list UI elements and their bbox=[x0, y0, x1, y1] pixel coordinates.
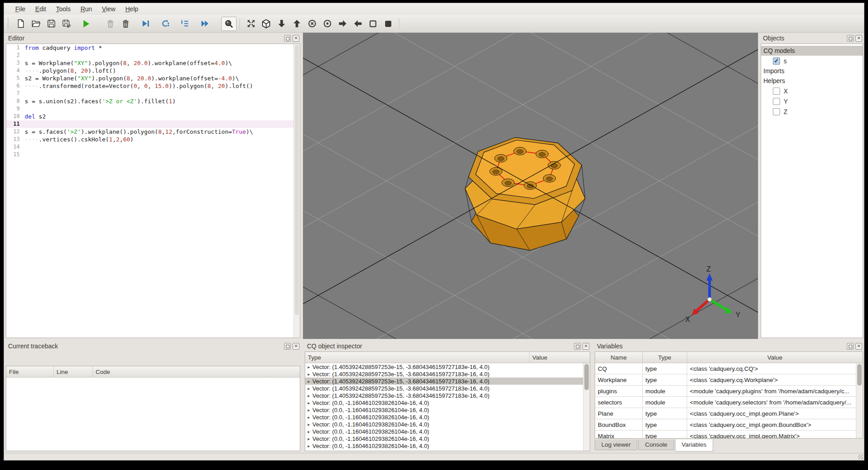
variables-float-icon[interactable] bbox=[847, 343, 854, 350]
inspector-row[interactable]: ▸Vector: (0.0, -1.1604610293826104e-16, … bbox=[305, 413, 583, 421]
checkbox-s[interactable]: ✓ bbox=[773, 57, 780, 65]
left-view-button[interactable] bbox=[350, 17, 365, 31]
top-view-button[interactable] bbox=[274, 17, 289, 31]
editor-float-icon[interactable] bbox=[284, 35, 291, 42]
wireframe-button[interactable] bbox=[365, 17, 381, 31]
inspector-close-icon[interactable] bbox=[583, 343, 589, 350]
code-line[interactable]: 8s = s.union(s2).faces('>Z or <Z').fille… bbox=[6, 97, 300, 105]
variable-row[interactable]: CQtype<class 'cadquery.cq.CQ'> bbox=[595, 363, 856, 374]
tree-item-z[interactable]: Z bbox=[761, 106, 863, 117]
variables-col-name[interactable]: Name bbox=[595, 352, 643, 363]
traceback-float-icon[interactable] bbox=[284, 343, 291, 350]
menu-run[interactable]: Run bbox=[75, 4, 97, 14]
checkbox-z[interactable] bbox=[773, 108, 780, 115]
tab-variables[interactable]: Variables bbox=[675, 439, 713, 452]
objects-close-icon[interactable] bbox=[855, 35, 862, 42]
render-button[interactable] bbox=[79, 17, 94, 31]
code-line[interactable]: 13····.vertices().cskHole(1,2,60) bbox=[6, 136, 300, 143]
clear-button[interactable] bbox=[103, 17, 118, 31]
expand-arrow-icon[interactable]: ▸ bbox=[305, 372, 312, 377]
code-line[interactable]: 12s = s.faces('>Z').workplane().polygon(… bbox=[6, 128, 300, 136]
checkbox-y[interactable] bbox=[773, 98, 780, 105]
variable-row[interactable]: Planetype<class 'cadquery.occ_impl.geom.… bbox=[595, 408, 856, 419]
right-view-button[interactable] bbox=[335, 17, 350, 31]
tree-item-y[interactable]: Y bbox=[761, 96, 863, 106]
expand-arrow-icon[interactable]: ▸ bbox=[305, 451, 312, 451]
inspector-float-icon[interactable] bbox=[574, 343, 581, 350]
back-view-button[interactable] bbox=[320, 17, 335, 31]
traceback-close-icon[interactable] bbox=[293, 343, 299, 350]
objects-float-icon[interactable] bbox=[847, 35, 854, 42]
variable-row[interactable]: selectorsmodule<module 'cadquery.selecto… bbox=[595, 397, 856, 408]
inspector-row[interactable]: ▸Vector: (1.4053924288597253e-15, -3.680… bbox=[305, 370, 583, 378]
variables-scrollbar[interactable] bbox=[856, 363, 863, 438]
step-button[interactable] bbox=[177, 17, 193, 31]
variable-row[interactable]: Workplanetype<class 'cadquery.cq.Workpla… bbox=[595, 374, 856, 386]
variables-col-type[interactable]: Type bbox=[643, 352, 687, 363]
bottom-view-button[interactable] bbox=[289, 17, 304, 31]
code-line[interactable]: 11 bbox=[6, 120, 300, 128]
3d-viewport[interactable]: Z X Y bbox=[303, 33, 758, 339]
continue-button[interactable] bbox=[197, 17, 212, 31]
fit-view-button[interactable] bbox=[243, 17, 259, 31]
variable-row[interactable]: BoundBoxtype<class 'cadquery.occ_impl.ge… bbox=[595, 419, 856, 430]
code-line[interactable]: 7 bbox=[6, 90, 300, 97]
expand-arrow-icon[interactable]: ▸ bbox=[305, 408, 312, 413]
traceback-col-file[interactable]: File bbox=[6, 366, 54, 377]
code-line[interactable]: 9 bbox=[6, 105, 300, 113]
tab-log-viewer[interactable]: Log viewer bbox=[595, 439, 637, 450]
inspector-row[interactable]: ▸Vector: (0.0, -1.1604610293826104e-16, … bbox=[305, 421, 583, 428]
code-line[interactable]: 10del s2 bbox=[6, 113, 300, 120]
expand-arrow-icon[interactable]: ▸ bbox=[305, 444, 312, 448]
restart-debug-button[interactable] bbox=[158, 17, 173, 31]
inspector-row[interactable]: ▸Vector: (0.0, -1.1604610293826104e-16, … bbox=[305, 406, 583, 413]
inspector-row[interactable]: ▸Vector: (1.4053924288597253e-15, -3.680… bbox=[305, 392, 583, 399]
expand-arrow-icon[interactable]: ▸ bbox=[305, 400, 312, 405]
inspector-row[interactable]: ▸Vector: (0.0, -1.1604610293826104e-16, … bbox=[305, 399, 583, 406]
code-line[interactable]: 5s2 = Workplane("XY").polygon(8, 20.0).w… bbox=[6, 75, 300, 82]
traceback-col-code[interactable]: Code bbox=[93, 366, 300, 377]
traceback-col-line[interactable]: Line bbox=[54, 366, 93, 377]
tab-console[interactable]: Console bbox=[638, 439, 674, 450]
inspector-row[interactable]: ▸Vector: (0.0, -1.1604610293826104e-16, … bbox=[305, 442, 583, 449]
variables-close-icon[interactable] bbox=[855, 343, 862, 350]
tree-group-helpers[interactable]: Helpers bbox=[761, 76, 863, 86]
expand-arrow-icon[interactable]: ▸ bbox=[305, 393, 312, 398]
tree-item-x[interactable]: X bbox=[761, 86, 863, 96]
shaded-button[interactable] bbox=[381, 17, 396, 31]
inspector-row[interactable]: ▸Vector: (0.0, -1.1604610293826104e-16, … bbox=[305, 449, 583, 451]
inspector-col-type[interactable]: Type bbox=[305, 352, 530, 363]
toolbar-drag-handle[interactable] bbox=[7, 18, 10, 30]
tree-group-cq-models[interactable]: CQ models bbox=[761, 46, 863, 56]
expand-arrow-icon[interactable]: ▸ bbox=[305, 365, 312, 369]
code-line[interactable]: 4····.polygon(8, 20).loft() bbox=[6, 67, 300, 75]
menu-tools[interactable]: Tools bbox=[51, 4, 76, 14]
variables-col-value[interactable]: Value bbox=[687, 352, 863, 363]
code-line[interactable]: 2 bbox=[6, 52, 300, 59]
menu-file[interactable]: File bbox=[10, 4, 31, 14]
menu-edit[interactable]: Edit bbox=[31, 4, 51, 14]
inspect-button[interactable] bbox=[221, 17, 237, 31]
iso-view-button[interactable] bbox=[259, 17, 274, 31]
expand-arrow-icon[interactable]: ▸ bbox=[305, 379, 312, 384]
save-as-button[interactable] bbox=[59, 17, 74, 31]
inspector-row[interactable]: ▸Vector: (1.4053924288597253e-15, -3.680… bbox=[305, 385, 583, 392]
menu-help[interactable]: Help bbox=[120, 4, 143, 14]
inspector-row[interactable]: ▸Vector: (1.4053924288597253e-15, -3.680… bbox=[305, 363, 583, 370]
inspector-row[interactable]: ▸Vector: (1.4053924288597253e-15, -3.680… bbox=[305, 378, 583, 385]
variable-row[interactable]: Matrixtype<class 'cadquery.occ_impl.geom… bbox=[595, 430, 856, 438]
expand-arrow-icon[interactable]: ▸ bbox=[305, 436, 312, 441]
front-view-button[interactable] bbox=[304, 17, 320, 31]
resize-grip-icon[interactable] bbox=[858, 454, 863, 459]
code-editor[interactable]: 1from cadquery import *23s = Workplane("… bbox=[6, 44, 300, 338]
expand-arrow-icon[interactable]: ▸ bbox=[305, 429, 312, 434]
expand-arrow-icon[interactable]: ▸ bbox=[305, 422, 312, 427]
editor-close-icon[interactable] bbox=[293, 35, 299, 42]
code-line[interactable]: 3s = Workplane("XY").polygon(8, 20.0).wo… bbox=[6, 59, 300, 67]
checkbox-x[interactable] bbox=[773, 88, 780, 95]
expand-arrow-icon[interactable]: ▸ bbox=[305, 386, 312, 391]
menu-view[interactable]: View bbox=[97, 4, 120, 14]
inspector-scrollbar[interactable] bbox=[583, 363, 590, 451]
expand-arrow-icon[interactable]: ▸ bbox=[305, 415, 312, 420]
inspector-row[interactable]: ▸Vector: (0.0, -1.1604610293826104e-16, … bbox=[305, 435, 583, 442]
